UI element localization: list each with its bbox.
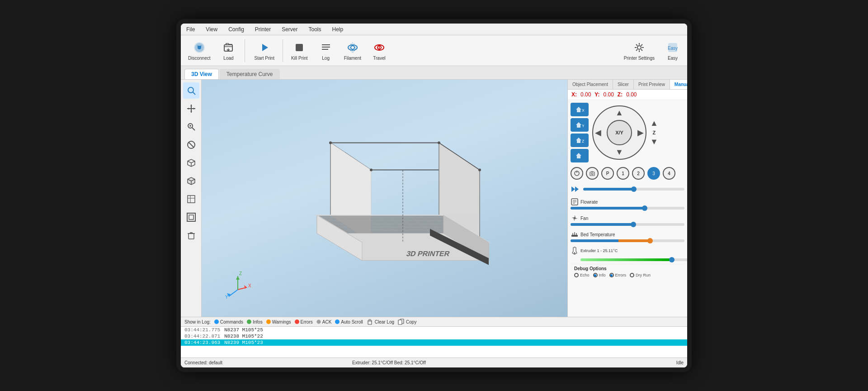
fast-forward-icon: [571, 185, 580, 193]
power-button[interactable]: [571, 167, 583, 180]
speed-p-button[interactable]: P: [601, 167, 614, 180]
home-all-button[interactable]: [571, 149, 589, 162]
z-value: 0.00: [626, 91, 637, 98]
joystick-right[interactable]: ▶: [637, 128, 644, 138]
svg-marker-21: [190, 111, 192, 113]
fan-slider-row: Fan: [571, 213, 684, 227]
travel-button[interactable]: Travel: [368, 38, 390, 62]
control-area: X Y: [568, 100, 687, 317]
copy-icon: [398, 319, 404, 325]
svg-marker-20: [190, 105, 192, 106]
copy-button[interactable]: Copy: [398, 319, 416, 325]
extruder1-thumb[interactable]: [669, 257, 675, 262]
menu-config[interactable]: Config: [226, 25, 246, 33]
filter-warnings[interactable]: Warnings: [266, 319, 291, 324]
filter-auto-scroll[interactable]: Auto Scroll: [335, 319, 363, 324]
svg-rect-36: [189, 215, 193, 219]
svg-point-78: [478, 169, 481, 172]
joystick-center[interactable]: X/Y: [607, 120, 632, 145]
tab-object-placement[interactable]: Object Placement: [568, 80, 613, 89]
filter-commands[interactable]: Commands: [214, 319, 243, 324]
echo-radio[interactable]: [574, 273, 579, 277]
start-print-icon: [257, 40, 272, 55]
log-entry-2[interactable]: 03:44:22.871 N8238 M105*22: [181, 333, 687, 339]
z-up-button[interactable]: ▲: [650, 119, 658, 128]
menu-tools[interactable]: Tools: [307, 25, 323, 33]
menu-printer[interactable]: Printer: [253, 25, 273, 33]
viewport-3d[interactable]: 3D PRINTER: [202, 80, 567, 317]
svg-point-10: [351, 46, 354, 49]
log-entry-3[interactable]: 03:44:23.963 N8239 M105*23: [181, 339, 687, 346]
joystick-up[interactable]: ▲: [615, 108, 623, 118]
speed-3-button[interactable]: 3: [647, 167, 660, 180]
commands-dot: [214, 319, 219, 324]
clear-log-icon: [367, 319, 373, 325]
tab-manual-control[interactable]: Manual Control: [670, 80, 687, 89]
left-btn-stop[interactable]: [183, 137, 199, 153]
easy-button[interactable]: Easy Easy: [662, 38, 684, 62]
filament-button[interactable]: Filament: [340, 38, 365, 62]
load-button[interactable]: Load: [217, 38, 239, 62]
left-btn-zoom-in[interactable]: [183, 119, 199, 135]
svg-point-15: [637, 46, 641, 49]
clear-log-button[interactable]: Clear Log: [367, 319, 394, 325]
debug-info[interactable]: Info: [593, 273, 606, 277]
speed-1-button[interactable]: 1: [617, 167, 629, 180]
menu-help[interactable]: Help: [330, 25, 345, 33]
left-btn-select[interactable]: [183, 82, 199, 99]
load-label: Load: [223, 56, 233, 61]
left-btn-cube1[interactable]: [183, 155, 199, 171]
speed-4-button[interactable]: 4: [663, 167, 675, 180]
camera-button[interactable]: [586, 167, 599, 180]
home-z-button[interactable]: Z: [571, 134, 589, 147]
filter-ack[interactable]: ACK: [316, 319, 332, 324]
menu-view[interactable]: View: [204, 25, 219, 33]
joystick-down[interactable]: ▼: [615, 148, 623, 157]
disconnect-button[interactable]: Disconnect: [184, 38, 214, 62]
flowrate-thumb[interactable]: [642, 205, 647, 211]
fan-track[interactable]: [571, 223, 684, 226]
flowrate-track[interactable]: [571, 207, 684, 210]
info-radio[interactable]: [593, 273, 598, 277]
left-btn-frame[interactable]: [183, 209, 199, 225]
tab-3d-view[interactable]: 3D View: [184, 69, 219, 79]
print-speed-slider[interactable]: [583, 188, 684, 191]
menu-server[interactable]: Server: [280, 25, 299, 33]
extruder1-track[interactable]: [580, 258, 687, 261]
tab-print-preview[interactable]: Print Preview: [634, 80, 670, 89]
dry-run-radio[interactable]: [630, 273, 634, 277]
extruder1-fill: [580, 258, 672, 261]
z-down-button[interactable]: ▼: [650, 137, 658, 147]
left-btn-delete[interactable]: [183, 227, 199, 243]
flowrate-slider-row: Flowrate: [571, 197, 684, 210]
menu-file[interactable]: File: [184, 25, 197, 33]
bed-temp-thumb[interactable]: [647, 238, 653, 243]
tab-slicer[interactable]: Slicer: [613, 80, 634, 89]
log-button[interactable]: Log: [315, 38, 337, 62]
speed-2-button[interactable]: 2: [632, 167, 645, 180]
svg-marker-4: [262, 44, 268, 51]
debug-errors[interactable]: Errors: [609, 273, 627, 277]
filament-icon: [345, 40, 360, 55]
start-print-button[interactable]: Start Print: [250, 38, 278, 62]
bed-temp-label: Bed Temperature: [580, 232, 615, 237]
tab-temperature-curve[interactable]: Temperature Curve: [220, 69, 280, 79]
kill-print-button[interactable]: Kill Print: [288, 38, 311, 62]
left-btn-cube2[interactable]: [183, 173, 199, 189]
filter-infos[interactable]: Infos: [247, 319, 263, 324]
home-y-button[interactable]: Y: [571, 118, 589, 132]
printer-settings-button[interactable]: Printer Settings: [620, 38, 658, 62]
fan-thumb[interactable]: [631, 222, 636, 227]
log-entry-1[interactable]: 03:44:21.775 N8237 M105*25: [181, 327, 687, 333]
left-btn-move[interactable]: [183, 100, 199, 117]
debug-dry-run[interactable]: Dry Run: [630, 273, 651, 277]
bed-temp-track[interactable]: [571, 239, 684, 242]
errors-radio[interactable]: [609, 273, 614, 277]
filter-errors[interactable]: Errors: [295, 319, 313, 324]
axis-indicator: Y X Z: [220, 262, 256, 299]
joystick-left[interactable]: ◀: [595, 128, 601, 138]
left-btn-cube3[interactable]: [183, 191, 199, 207]
debug-echo[interactable]: Echo: [574, 273, 590, 277]
xy-joystick[interactable]: ▲ ▼ ◀ ▶ X/Y: [592, 105, 646, 160]
home-x-button[interactable]: X: [571, 103, 589, 116]
